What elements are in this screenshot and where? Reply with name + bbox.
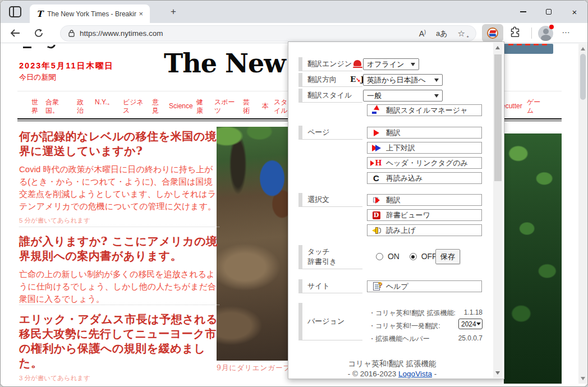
read-aloud-icon[interactable]: A)	[414, 29, 431, 38]
nav-item-health[interactable]: 健康	[196, 98, 204, 115]
nav-item-wirecutter[interactable]: ecutter	[502, 102, 522, 110]
new-tab-button[interactable]: +	[167, 7, 180, 18]
menu-hamburger-icon[interactable]	[23, 47, 31, 48]
popup-scrollbar[interactable]	[493, 43, 503, 378]
page-reload-button[interactable]: C 再読み込み	[367, 172, 482, 184]
radio-on-label: ON	[388, 252, 399, 261]
nyt-favicon-icon: T	[36, 9, 43, 19]
article-photo-jungle	[504, 133, 562, 384]
page-scrollbar[interactable]	[578, 44, 587, 384]
nav-item-us[interactable]: 合衆国。	[45, 98, 61, 115]
nav-item-ny[interactable]: N.Y.。	[95, 98, 113, 107]
parallel-translation-icon	[371, 145, 381, 151]
page-section-label: ページ	[298, 126, 362, 140]
article-3-headline[interactable]: エリック・アダムス市長は予想される移民大攻勢に先行してニューヨーク市の権利から保…	[19, 312, 219, 370]
speaker-icon	[371, 227, 381, 234]
browser-tab[interactable]: T The New York Times - Breaking N ×	[30, 4, 150, 23]
direction-select[interactable]: 英語から日本語へ	[363, 74, 443, 86]
radio-on[interactable]	[376, 253, 383, 260]
engine-offline-icon	[353, 60, 361, 66]
nav-item-opinion[interactable]: 意見	[152, 98, 160, 115]
scroll-down-icon[interactable]	[581, 377, 585, 380]
minimize-icon	[520, 11, 526, 12]
save-button[interactable]: 保存	[435, 249, 460, 264]
favorites-star-icon[interactable]: ☆+	[453, 29, 470, 39]
style-select[interactable]: 一般	[363, 90, 443, 102]
article-divider	[19, 305, 219, 305]
tab-title: The New York Times - Breaking N	[47, 10, 136, 18]
chevron-down-icon	[434, 94, 439, 98]
nav-item-arts[interactable]: 芸術	[243, 98, 251, 115]
back-button[interactable]	[7, 25, 23, 41]
profile-notification-dot	[549, 25, 554, 29]
close-button[interactable]: ×	[562, 1, 587, 23]
browser-window: T The New York Times - Breaking N × + × …	[0, 0, 588, 387]
scroll-up-icon[interactable]	[581, 47, 585, 50]
radio-off[interactable]	[410, 253, 417, 260]
popup-footer-copyright: - © 2016-2023 LogoVista -	[288, 370, 496, 378]
article-3-readtime: 3 分が書いてあられます	[19, 374, 219, 383]
popup-scrollbar-thumb[interactable]	[494, 54, 502, 181]
translate-page-icon[interactable]: aあ	[431, 29, 453, 39]
article-2-body: 亡命の上の新しい制約が多くの移民を追放されるように仕向けるでしょう、しかし他の人…	[19, 268, 219, 305]
engine-select[interactable]: オフライン	[363, 58, 419, 70]
scroll-up-icon[interactable]	[495, 46, 500, 49]
url-text[interactable]: https://www.nytimes.com	[80, 29, 414, 38]
tab-close-icon[interactable]: ×	[136, 9, 145, 19]
page-header-only-button[interactable]: H ヘッダ・リンクタグのみ	[367, 157, 482, 169]
article-photo-migrant	[217, 127, 288, 361]
dictionary-viewer-button[interactable]: D 辞書ビューワ	[367, 209, 482, 221]
selection-translate-button[interactable]: 翻訳	[367, 194, 482, 206]
nav-item-sports[interactable]: スポーツ	[214, 98, 236, 115]
touch-dictionary-radios: ON OFF	[376, 252, 437, 261]
lock-icon[interactable]	[68, 30, 75, 37]
chevron-down-icon	[411, 63, 415, 66]
refresh-button[interactable]	[31, 25, 47, 41]
settings-more-icon[interactable]: …	[562, 25, 571, 35]
login-button-text-fragment	[508, 44, 549, 45]
minimize-button[interactable]	[510, 1, 536, 23]
page-parallel-button[interactable]: 上下対訳	[367, 142, 482, 154]
help-button[interactable]: ? ヘルプ	[367, 280, 482, 292]
version-row-extension: ・コリャ英和!翻訳 拡張機能:1.1.18	[369, 308, 483, 318]
translate-play-icon	[371, 130, 381, 136]
login-button[interactable]	[504, 44, 553, 54]
scrollbar-thumb[interactable]	[580, 54, 586, 100]
article-2[interactable]: 誰が入りますか? ここにアメリカの境界規則への案内書があります。 亡命の上の新し…	[19, 234, 219, 305]
favorites-plus-badge: +	[466, 35, 469, 39]
translation-extension-button[interactable]	[482, 24, 503, 42]
version-year-select[interactable]: 2024	[458, 319, 483, 329]
nav-item-business[interactable]: ビジネス	[123, 98, 144, 115]
extensions-puzzle-icon[interactable]	[509, 26, 521, 39]
nav-item-world[interactable]: 世界	[31, 98, 39, 115]
scroll-down-icon[interactable]	[495, 371, 500, 375]
logovista-link[interactable]: LogoVista	[398, 370, 432, 378]
page-translate-button[interactable]: 翻訳	[367, 127, 482, 139]
translation-extension-popup: 翻訳エンジン オフライン 翻訳方向 E➘J 英語から日本語へ 翻訳スタイル 一般…	[288, 42, 504, 379]
style-manager-icon	[371, 106, 381, 114]
address-bar[interactable]: https://www.nytimes.com A) aあ ☆+	[60, 25, 476, 42]
article-3[interactable]: エリック・アダムス市長は予想される移民大攻勢に先行してニューヨーク市の権利から保…	[19, 312, 219, 383]
todays-paper-link[interactable]: 今日の新聞	[19, 72, 56, 82]
tab-actions-menu-icon[interactable]	[8, 6, 22, 18]
header-tags-icon: H	[371, 159, 381, 167]
article-1-readtime: 5 分が書いてあられます	[19, 216, 219, 225]
nav-item-science[interactable]: Science	[169, 102, 193, 110]
nav-item-style[interactable]: スタイル	[274, 98, 289, 115]
article-1[interactable]: 何が記録的なレベルの移住を米国の境界に運送していますか? Covid 時代の政策…	[19, 129, 219, 225]
nav-item-games[interactable]: ゲーム	[527, 98, 541, 115]
article-2-headline[interactable]: 誰が入りますか? ここにアメリカの境界規則への案内書があります。	[19, 234, 219, 263]
maximize-button[interactable]	[536, 1, 562, 23]
version-row-helper: ・拡張機能ヘルパー25.0.0.7	[369, 334, 483, 344]
article-1-headline[interactable]: 何が記録的なレベルの移住を米国の境界に運送していますか?	[19, 129, 219, 158]
touch-dictionary-label: タッチ 辞書引き	[298, 245, 362, 269]
logovista-extension-icon	[487, 27, 498, 39]
engine-label: 翻訳エンジン	[298, 57, 362, 71]
search-icon[interactable]	[47, 44, 56, 50]
read-aloud-button[interactable]: 読み上げ	[367, 224, 482, 236]
nav-item-politics[interactable]: 政治	[77, 98, 85, 115]
style-manager-button[interactable]: 翻訳スタイルマネージャ	[367, 104, 482, 116]
help-icon: ?	[371, 282, 381, 291]
nav-item-books[interactable]: 本	[262, 102, 270, 110]
reload-icon: C	[371, 173, 381, 183]
